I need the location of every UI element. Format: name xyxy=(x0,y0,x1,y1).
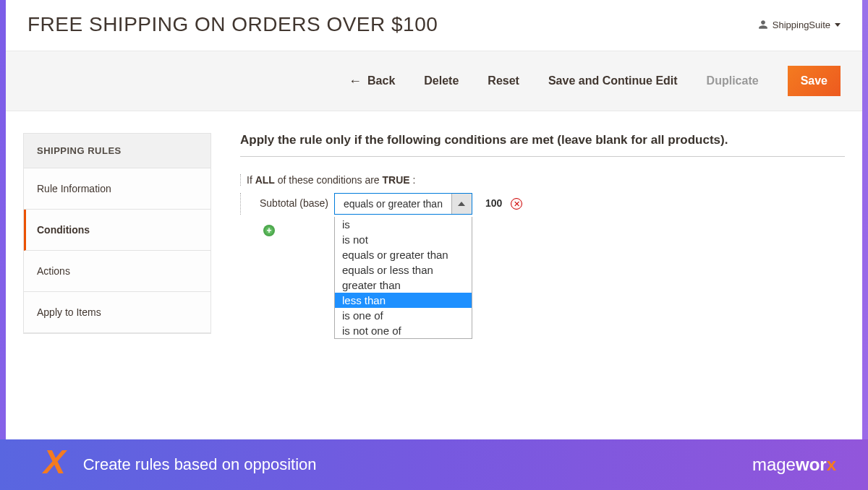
sidebar-item-apply-to-items[interactable]: Apply to Items xyxy=(24,292,210,333)
add-condition-icon[interactable]: + xyxy=(263,225,275,236)
operator-option-lt[interactable]: less than xyxy=(335,293,472,308)
operator-dropdown-trigger[interactable] xyxy=(451,194,472,214)
operator-option-lte[interactable]: equals or less than xyxy=(335,262,472,278)
footer-banner: X Create rules based on opposition magew… xyxy=(0,439,868,490)
operator-option-one-of[interactable]: is one of xyxy=(335,308,472,323)
back-button[interactable]: ← Back xyxy=(349,74,395,89)
sidebar-item-actions[interactable]: Actions xyxy=(24,251,210,292)
x-logo-icon: X xyxy=(43,445,66,478)
conditions-section-title: Apply the rule only if the following con… xyxy=(240,133,845,157)
sidebar-item-rule-information[interactable]: Rule Information xyxy=(24,168,210,210)
cond-true[interactable]: TRUE xyxy=(383,174,410,186)
cond-if: If xyxy=(247,174,255,186)
reset-button[interactable]: Reset xyxy=(488,74,519,87)
operator-option-is[interactable]: is xyxy=(335,217,472,232)
condition-row: Subtotal (base) equals or greater than i… xyxy=(240,193,845,215)
cond-colon: : xyxy=(410,174,416,186)
operator-option-gt[interactable]: greater than xyxy=(335,278,472,293)
operator-option-is-not[interactable]: is not xyxy=(335,232,472,247)
footer-caption: Create rules based on opposition xyxy=(83,455,317,474)
sidebar-header: SHIPPING RULES xyxy=(24,134,210,168)
brand-x: x xyxy=(827,455,836,474)
user-label: ShippingSuite xyxy=(773,20,830,30)
arrow-left-icon: ← xyxy=(349,74,362,89)
sidebar-item-conditions[interactable]: Conditions xyxy=(24,210,210,251)
condition-value[interactable]: 100 xyxy=(485,193,502,209)
operator-selected-value: equals or greater than xyxy=(335,194,451,214)
remove-condition-icon[interactable]: ✕ xyxy=(511,198,522,210)
duplicate-button[interactable]: Duplicate xyxy=(707,74,759,87)
mageworx-logo: mageworx xyxy=(752,455,836,475)
save-button[interactable]: Save xyxy=(788,66,841,96)
triangle-up-icon xyxy=(458,202,465,206)
condition-attribute[interactable]: Subtotal (base) xyxy=(260,193,328,209)
cond-all[interactable]: ALL xyxy=(255,174,275,186)
brand-prefix: mage xyxy=(752,455,796,474)
page-title: FREE SHIPPING ON ORDERS OVER $100 xyxy=(27,13,438,36)
condition-aggregator-line: If ALL of these conditions are TRUE : xyxy=(240,174,845,186)
operator-option-gte[interactable]: equals or greater than xyxy=(335,247,472,262)
caret-down-icon xyxy=(835,23,841,27)
back-label: Back xyxy=(367,74,395,87)
operator-option-not-one-of[interactable]: is not one of xyxy=(335,323,472,338)
operator-select[interactable]: equals or greater than is is not equals … xyxy=(334,193,472,215)
operator-dropdown-list: is is not equals or greater than equals … xyxy=(334,217,472,339)
save-continue-button[interactable]: Save and Continue Edit xyxy=(548,74,678,87)
cond-mid: of these conditions are xyxy=(275,174,383,186)
sidebar: SHIPPING RULES Rule Information Conditio… xyxy=(23,133,211,334)
toolbar: ← Back Delete Reset Save and Continue Ed… xyxy=(6,51,862,111)
brand-bold: wor xyxy=(796,455,827,474)
delete-button[interactable]: Delete xyxy=(424,74,459,87)
user-icon xyxy=(758,20,768,30)
user-menu[interactable]: ShippingSuite xyxy=(758,20,841,30)
